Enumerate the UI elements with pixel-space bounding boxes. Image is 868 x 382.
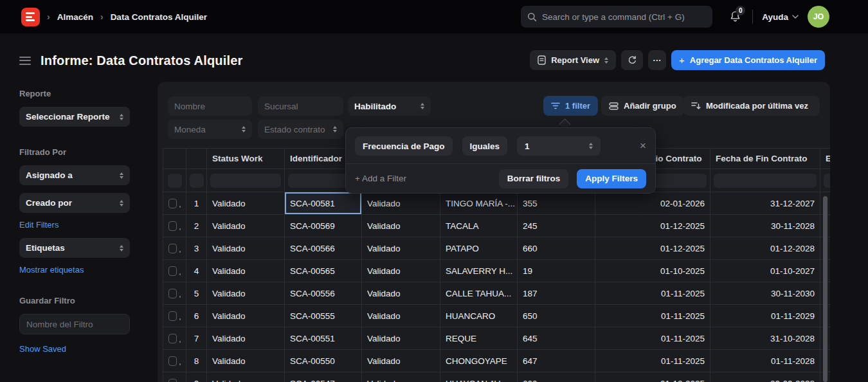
sucursal-input[interactable] [264,102,337,111]
cell-name[interactable]: REQUE [440,327,518,350]
cell-name[interactable]: PATAPO [440,237,518,260]
edit-filters-link[interactable]: Edit Filters [19,220,59,230]
show-saved-link[interactable]: Show Saved [19,344,66,354]
row-checkbox[interactable] [168,379,177,382]
nombre-input[interactable] [174,102,246,111]
avatar[interactable]: JO [808,6,829,28]
apply-filters-button[interactable]: Apply Filters [577,169,646,188]
cell-name[interactable]: TACALA [440,215,518,237]
cell-status2[interactable]: Validado [362,237,440,260]
filter-value-select[interactable]: 1 [517,136,601,156]
cell-name[interactable]: TINGO MARÍA -... [440,192,518,215]
cell-status2[interactable]: Validado [362,260,440,282]
cell-num[interactable]: 245 [518,215,595,237]
cell-id[interactable]: SCA-00550 [285,350,362,372]
add-record-button[interactable]: + Agregar Data Contratos Alquiler [671,50,825,70]
cell-name[interactable]: HUAYCAN AV... [440,372,518,382]
column-filter-input[interactable] [190,174,204,188]
cell-start[interactable]: 01-12-2025 [595,215,710,237]
cell-id[interactable]: SCA-00555 [285,305,362,327]
cell-status[interactable]: Validado [207,260,285,282]
cell-num[interactable]: 660 [518,237,595,260]
cell-end[interactable]: 31-10-2028 [710,327,820,350]
notifications-bell-icon[interactable]: 0 [727,8,743,25]
sidebar-toggle-icon[interactable] [19,57,31,65]
row-checkbox[interactable] [168,199,177,208]
cell-status[interactable]: Validado [207,372,285,382]
cell-id[interactable]: SCA-00551 [285,327,362,350]
cell-end[interactable]: 01-11-2028 [710,350,820,372]
cell-start[interactable]: 01-10-2025 [595,260,710,282]
cell-id[interactable]: SCA-00569 [285,215,362,237]
sort-button[interactable]: Modificada por última vez [683,96,820,116]
cell-status2[interactable]: Validado [362,305,440,327]
cell-status[interactable]: Validado [207,237,285,260]
cell-status[interactable]: Validado [207,192,285,215]
column-header-status[interactable]: Status Work [207,148,285,169]
cell-start[interactable]: 01-11-2025 [595,305,710,327]
erpnext-logo-icon[interactable] [21,8,40,26]
cell-end[interactable]: 30-11-2030 [710,282,820,305]
tags-select[interactable]: Etiquetas [19,238,130,258]
row-checkbox[interactable] [168,311,177,321]
cell-status2[interactable]: Validado [362,192,440,215]
cell-name[interactable]: CHONGOYAPE [440,350,518,372]
column-header-end[interactable]: Fecha de Fin Contrato [710,148,820,169]
row-checkbox[interactable] [168,221,177,231]
refresh-button[interactable] [621,50,643,70]
cell-status[interactable]: Validado [207,282,285,305]
column-header-check[interactable] [163,148,186,169]
cell-name[interactable]: SALAVERRY H... [440,260,518,282]
cell-start[interactable]: 01-11-2025 [595,327,710,350]
cell-id[interactable]: SCA-00556 [285,282,362,305]
cell-num[interactable]: 355 [518,192,595,215]
filter-operator-chip[interactable]: Iguales [462,136,508,156]
cell-status[interactable]: Validado [207,305,285,327]
view-switcher-button[interactable]: Report View [530,50,616,70]
more-options-button[interactable]: ··· [648,50,666,70]
cell-id[interactable]: SCA-00565 [285,260,362,282]
search-input[interactable] [542,12,706,22]
filter-field-chip[interactable]: Frecuencia de Pago [355,136,453,156]
column-filter-input[interactable] [714,174,817,188]
clear-filters-button[interactable]: Borrar filtros [499,169,569,188]
cell-end[interactable]: 30-09-2028 [710,372,820,382]
add-filter-link[interactable]: + Add a Filter [355,174,406,183]
row-checkbox[interactable] [168,244,177,253]
column-header-extra[interactable]: E [820,148,830,169]
cell-num[interactable]: 187 [518,282,595,305]
cell-status2[interactable]: Validado [362,372,440,382]
global-search[interactable] [521,6,712,28]
cell-status[interactable]: Validado [207,350,285,372]
assigned-to-select[interactable]: Asignado a [19,165,130,185]
cell-name[interactable]: HUANCARO [440,305,518,327]
cell-start[interactable]: 01-11-2025 [595,350,710,372]
created-by-select[interactable]: Creado por [19,193,130,213]
column-filter-input[interactable] [824,174,830,188]
quick-filter-moneda[interactable]: Moneda [168,120,252,139]
cell-id[interactable]: SCA-00547 [285,372,362,382]
cell-end[interactable]: 31-12-2027 [710,192,820,215]
cell-num[interactable]: 19 [518,260,595,282]
cell-start[interactable]: 01-11-2025 [595,282,710,305]
cell-end[interactable]: 01-11-2029 [710,305,820,327]
cell-status[interactable]: Validado [207,215,285,237]
cell-status2[interactable]: Validado [362,215,440,237]
row-checkbox[interactable] [168,289,177,298]
cell-name[interactable]: CALLE TAHUA... [440,282,518,305]
cell-status2[interactable]: Validado [362,350,440,372]
row-checkbox[interactable] [168,266,177,276]
row-checkbox[interactable] [168,334,177,343]
quick-filter-sucursal[interactable] [258,96,343,116]
cell-id[interactable]: SCA-00581 [285,192,362,215]
quick-filter-estado[interactable]: Estado contrato [258,120,343,139]
cell-end[interactable]: 01-12-2028 [710,237,820,260]
add-group-button[interactable]: Añadir grupo [601,96,684,116]
vertical-scrollbar[interactable] [823,196,827,382]
cell-start[interactable]: 01-12-2025 [595,372,710,382]
cell-end[interactable]: 30-11-2028 [710,215,820,237]
breadcrumb-item-almacen[interactable]: Almacén [57,12,93,22]
cell-num[interactable]: 600 [518,372,595,382]
cell-status[interactable]: Validado [207,327,285,350]
quick-filter-nombre[interactable] [168,96,252,116]
